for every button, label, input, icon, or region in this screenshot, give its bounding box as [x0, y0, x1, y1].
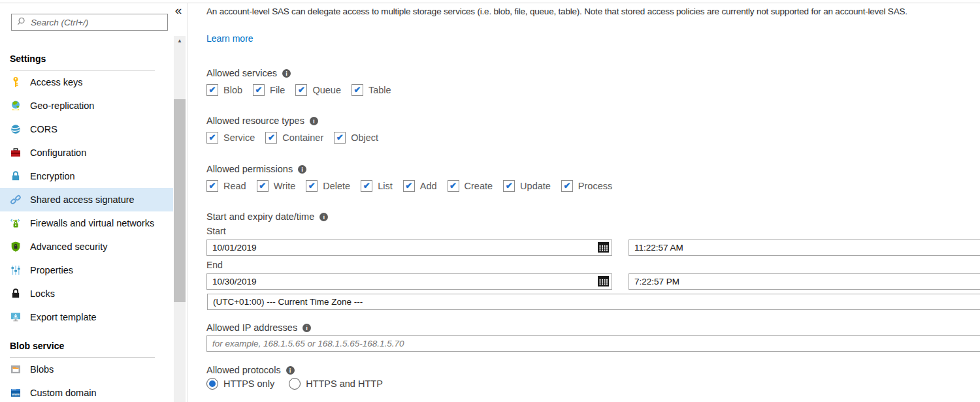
radio-label: HTTPS only [223, 379, 274, 389]
radio-circle[interactable] [289, 378, 301, 390]
collapse-sidebar-button[interactable]: « [170, 2, 187, 19]
checkbox-box[interactable]: ✔ [257, 180, 269, 192]
checkbox-box[interactable]: ✔ [265, 132, 277, 144]
sidebar-item-access-keys[interactable]: Access keys [0, 70, 173, 94]
sidebar-item-cors[interactable]: CORS [0, 117, 173, 141]
checkbox-box[interactable]: ✔ [448, 180, 459, 192]
allowed-protocols-label: Allowed protocols i [206, 365, 295, 375]
sidebar-item-advanced-security[interactable]: Advanced security [0, 235, 173, 258]
allowed-protocols-label-text: Allowed protocols [206, 365, 281, 375]
sidebar-item-blobs[interactable]: Blobs [0, 358, 173, 381]
checkbox-label: List [378, 181, 393, 191]
checkbox-box[interactable]: ✔ [206, 84, 218, 96]
checkbox-box[interactable]: ✔ [206, 180, 218, 192]
sidebar-item-custom-domain[interactable]: wwwCustom domain [0, 381, 173, 402]
checkbox-box[interactable]: ✔ [503, 180, 515, 192]
sliders-icon [10, 264, 22, 276]
allowed-ip-field [206, 335, 980, 352]
checkbox-table[interactable]: ✔Table [351, 84, 391, 96]
learn-more-link[interactable]: Learn more [206, 33, 253, 44]
radio-https-and-http[interactable]: HTTPS and HTTP [289, 378, 383, 390]
scroll-up-icon[interactable]: ▲ [174, 38, 186, 44]
sidebar-item-geo-replication[interactable]: Geo-replication [0, 94, 173, 117]
checkbox-update[interactable]: ✔Update [503, 180, 551, 192]
checkbox-box[interactable]: ✔ [561, 180, 573, 192]
sidebar-item-properties[interactable]: Properties [0, 258, 173, 282]
checkbox-label: Write [274, 181, 296, 191]
checkbox-label: Read [223, 181, 246, 191]
sidebar-scrollbar-thumb[interactable] [174, 99, 186, 302]
radio-circle[interactable] [206, 378, 218, 390]
checkbox-add[interactable]: ✔Add [403, 180, 437, 192]
info-icon[interactable]: i [286, 366, 295, 375]
info-icon[interactable]: i [298, 165, 306, 174]
radio-dot [291, 380, 298, 387]
start-time-input[interactable] [629, 240, 980, 256]
sidebar-section-header: Blob service [10, 341, 155, 358]
start-label: Start [206, 226, 226, 236]
sidebar-item-label: Properties [30, 265, 73, 275]
checkbox-box[interactable]: ✔ [306, 180, 318, 192]
info-icon[interactable]: i [310, 117, 318, 125]
end-label: End [206, 260, 223, 270]
checkbox-box[interactable]: ✔ [403, 180, 415, 192]
radio-https-only[interactable]: HTTPS only [206, 378, 274, 390]
info-icon[interactable]: i [319, 213, 328, 221]
checkbox-box[interactable]: ✔ [351, 84, 363, 96]
checkbox-label: Delete [323, 181, 350, 191]
checkbox-box[interactable]: ✔ [206, 132, 218, 144]
sidebar-item-label: Encryption [30, 171, 75, 181]
domain-icon: www [10, 387, 22, 399]
checkbox-label: Container [282, 132, 323, 143]
checkbox-service[interactable]: ✔Service [206, 132, 255, 144]
checkbox-file[interactable]: ✔File [253, 84, 285, 96]
sidebar-item-locks[interactable]: Locks [0, 282, 173, 305]
sidebar-item-configuration[interactable]: Configuration [0, 141, 173, 164]
timezone-select[interactable]: (UTC+01:00) --- Current Time Zone --- [207, 294, 980, 310]
end-time-input[interactable] [629, 273, 980, 290]
firewall-icon [10, 217, 22, 229]
sidebar-item-shared-access-signature[interactable]: Shared access signature [0, 188, 173, 211]
globe-icon [10, 100, 22, 112]
allowed-permissions-label-text: Allowed permissions [206, 164, 293, 174]
checkbox-read[interactable]: ✔Read [206, 180, 246, 192]
allowed-ip-label: Allowed IP addresses i [206, 322, 311, 333]
svg-text:www: www [11, 392, 20, 396]
end-date-input[interactable] [206, 273, 612, 290]
checkbox-queue[interactable]: ✔Queue [295, 84, 341, 96]
checkbox-box[interactable]: ✔ [253, 84, 265, 96]
allowed-permissions-group: ✔Read✔Write✔Delete✔List✔Add✔Create✔Updat… [206, 180, 612, 192]
calendar-icon[interactable] [598, 276, 609, 286]
info-icon[interactable]: i [302, 324, 311, 332]
sidebar-item-encryption[interactable]: Encryption [0, 164, 173, 188]
checkbox-delete[interactable]: ✔Delete [306, 180, 350, 192]
checkbox-label: Object [351, 132, 378, 143]
checkbox-list[interactable]: ✔List [361, 180, 393, 192]
sidebar-item-firewalls-and-virtual-networks[interactable]: Firewalls and virtual networks [0, 211, 173, 235]
checkbox-write[interactable]: ✔Write [257, 180, 296, 192]
start-time-field [629, 240, 980, 256]
checkbox-label: Table [368, 85, 391, 95]
sidebar-item-label: Export template [30, 312, 97, 322]
search-input[interactable] [31, 18, 163, 27]
key-icon [10, 76, 22, 88]
checkbox-object[interactable]: ✔Object [334, 132, 378, 144]
sidebar: SettingsAccess keysGeo-replicationCORSCo… [0, 3, 173, 402]
calendar-icon[interactable] [598, 242, 609, 253]
toolbox-icon [10, 147, 22, 159]
blobs-icon [10, 363, 22, 375]
checkbox-blob[interactable]: ✔Blob [206, 84, 242, 96]
allowed-ip-input[interactable] [206, 335, 980, 352]
sidebar-search[interactable] [11, 14, 168, 31]
start-date-input[interactable] [206, 240, 612, 256]
info-icon[interactable]: i [282, 69, 291, 78]
checkbox-box[interactable]: ✔ [361, 180, 372, 192]
checkbox-process[interactable]: ✔Process [561, 180, 612, 192]
checkbox-label: Service [223, 132, 255, 143]
checkbox-box[interactable]: ✔ [334, 132, 346, 144]
sidebar-item-export-template[interactable]: Export template [0, 305, 173, 329]
checkbox-box[interactable]: ✔ [295, 84, 307, 96]
checkbox-container[interactable]: ✔Container [265, 132, 323, 144]
allowed-resource-types-label-text: Allowed resource types [206, 116, 304, 126]
checkbox-create[interactable]: ✔Create [448, 180, 493, 192]
